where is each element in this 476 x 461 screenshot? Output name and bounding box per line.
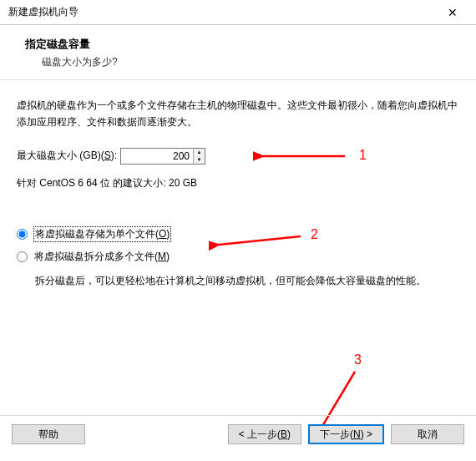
next-button[interactable]: 下一步(N) > (308, 424, 384, 444)
radio-single-file[interactable] (17, 229, 28, 240)
cancel-button[interactable]: 取消 (391, 424, 464, 444)
radio-single-file-row[interactable]: 将虚拟磁盘存储为单个文件(O) (17, 227, 459, 241)
window-title: 新建虚拟机向导 (8, 5, 78, 19)
button-bar: 帮助 < 上一步(B) 下一步(N) > 取消 (0, 415, 476, 453)
help-button[interactable]: 帮助 (12, 424, 85, 444)
split-description: 拆分磁盘后，可以更轻松地在计算机之间移动虚拟机，但可能会降低大容量磁盘的性能。 (35, 272, 459, 289)
spinner-buttons: ▲ ▼ (193, 149, 205, 164)
radio-split-files-row[interactable]: 将虚拟磁盘拆分成多个文件(M) (17, 250, 459, 264)
back-button[interactable]: < 上一步(B) (228, 424, 301, 444)
page-title: 指定磁盘容量 (25, 37, 456, 52)
recommended-size-text: 针对 CentOS 6 64 位 的建议大小: 20 GB (17, 176, 459, 190)
radio-single-file-label[interactable]: 将虚拟磁盘存储为单个文件(O) (34, 227, 170, 241)
spinner-up-icon[interactable]: ▲ (194, 149, 205, 156)
page-subtitle: 磁盘大小为多少? (42, 55, 456, 69)
radio-split-files-label[interactable]: 将虚拟磁盘拆分成多个文件(M) (34, 250, 170, 264)
close-button[interactable]: ✕ (436, 1, 469, 24)
titlebar: 新建虚拟机向导 ✕ (0, 0, 476, 25)
radio-split-files[interactable] (17, 251, 28, 262)
disk-size-row: 最大磁盘大小 (GB)(S): ▲ ▼ (17, 148, 459, 165)
disk-size-spinner[interactable]: ▲ ▼ (120, 148, 205, 165)
disk-size-input[interactable] (121, 149, 193, 164)
wizard-header: 指定磁盘容量 磁盘大小为多少? (0, 25, 476, 80)
description-text: 虚拟机的硬盘作为一个或多个文件存储在主机的物理磁盘中。这些文件最初很小，随着您向… (17, 97, 459, 131)
content-area: 虚拟机的硬盘作为一个或多个文件存储在主机的物理磁盘中。这些文件最初很小，随着您向… (0, 80, 476, 289)
nav-button-group: < 上一步(B) 下一步(N) > 取消 (228, 424, 464, 444)
close-icon: ✕ (448, 6, 458, 19)
spinner-down-icon[interactable]: ▼ (194, 156, 205, 164)
disk-size-label: 最大磁盘大小 (GB)(S): (17, 149, 117, 163)
annotation-number-3: 3 (354, 352, 362, 367)
